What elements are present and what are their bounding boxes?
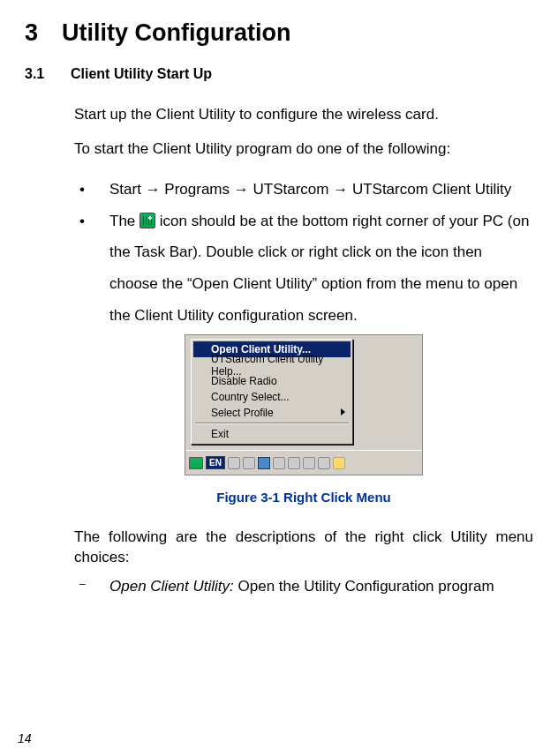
bullet-list: Start → Programs → UTStarcom → UTStarcom…: [74, 174, 533, 331]
tray-signal-icon[interactable]: [189, 457, 203, 469]
menu-item-help[interactable]: UTStarcom Client Utility Help...: [193, 357, 351, 373]
paragraph: To start the Client Utility program do o…: [74, 139, 533, 160]
menu-item-select-profile[interactable]: Select Profile: [193, 405, 351, 421]
tray-volume-icon[interactable]: [333, 457, 345, 469]
list-item: Open Client Utility: Open the Utility Co…: [74, 577, 533, 597]
figure-caption: Figure 3-1 Right Click Menu: [74, 490, 533, 505]
description-label: Open Client Utility:: [109, 578, 234, 595]
arrow-icon: →: [234, 181, 249, 198]
menu-item-label: Exit: [211, 428, 229, 440]
tray-icon[interactable]: [243, 457, 255, 469]
menu-item-label: Select Profile: [211, 407, 274, 419]
list-item: Start → Programs → UTStarcom → UTStarcom…: [74, 174, 533, 206]
menu-separator: [195, 423, 349, 424]
body-content: Start up the Client Utility to configure…: [25, 105, 533, 597]
section-heading: 3Utility Configuration: [25, 19, 533, 47]
tray-icon[interactable]: [318, 457, 330, 469]
menu-item-label: Country Select...: [211, 391, 290, 403]
context-menu-screenshot: Open Client Utility... UTStarcom Client …: [185, 334, 423, 475]
description-list: Open Client Utility: Open the Utility Co…: [74, 577, 533, 597]
arrow-icon: →: [146, 181, 161, 198]
text: Programs: [161, 181, 234, 198]
tray-language-indicator[interactable]: EN: [206, 456, 225, 469]
section-title: Utility Configuration: [62, 19, 290, 46]
subsection-number: 3.1: [25, 66, 71, 82]
paragraph: Start up the Client Utility to configure…: [74, 105, 533, 125]
text: The: [109, 213, 140, 229]
tray-display-icon[interactable]: [258, 457, 270, 469]
tray-signal-icon: [140, 213, 155, 228]
menu-item-disable-radio[interactable]: Disable Radio: [193, 373, 351, 389]
arrow-icon: →: [333, 181, 348, 198]
section-number: 3: [25, 19, 62, 47]
submenu-arrow-icon: [341, 408, 345, 415]
description-text: Open the Utility Configuration program: [234, 578, 494, 595]
list-item: The icon should be at the bottom right c…: [74, 206, 533, 332]
paragraph: The following are the descriptions of th…: [74, 528, 533, 568]
subsection-title: Client Utility Start Up: [71, 66, 212, 81]
menu-item-label: Disable Radio: [211, 375, 277, 387]
text: Start: [109, 181, 146, 198]
tray-icon[interactable]: [273, 457, 285, 469]
subsection-heading: 3.1Client Utility Start Up: [25, 66, 533, 82]
tray-icon[interactable]: [228, 457, 240, 469]
text: UTStarcom Client Utility: [348, 181, 511, 198]
context-menu: Open Client Utility... UTStarcom Client …: [191, 339, 353, 445]
taskbar-tray: EN: [185, 450, 422, 475]
page-number: 14: [18, 731, 32, 745]
tray-icon[interactable]: [288, 457, 300, 469]
text: UTStarcom: [249, 181, 333, 198]
tray-icon[interactable]: [303, 457, 315, 469]
menu-item-exit[interactable]: Exit: [193, 426, 351, 442]
menu-item-country-select[interactable]: Country Select...: [193, 389, 351, 405]
text: icon should be at the bottom right corne…: [109, 213, 529, 324]
